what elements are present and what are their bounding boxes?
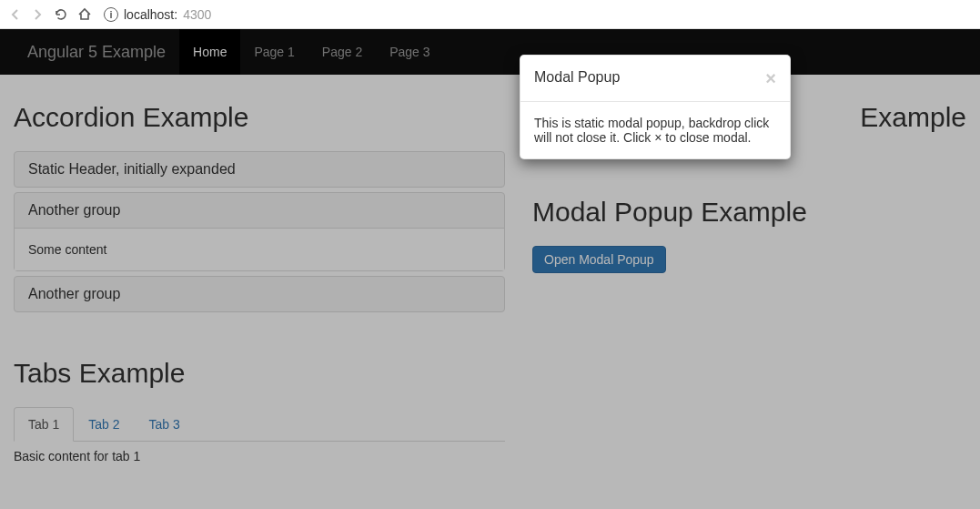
close-icon[interactable]: × xyxy=(765,69,776,87)
modal-title: Modal Popup xyxy=(534,69,620,86)
reload-icon[interactable] xyxy=(53,6,69,23)
modal-dialog: Modal Popup × This is static modal popup… xyxy=(520,55,791,159)
home-icon[interactable] xyxy=(76,6,93,23)
forward-icon[interactable] xyxy=(29,6,45,23)
address-bar[interactable]: i localhost:4300 xyxy=(104,7,211,22)
back-icon[interactable] xyxy=(7,6,24,23)
url-host: localhost: xyxy=(124,7,177,22)
browser-toolbar: i localhost:4300 xyxy=(0,0,980,29)
url-port: 4300 xyxy=(183,7,211,22)
modal-backdrop xyxy=(0,29,980,509)
modal-body: This is static modal popup, backdrop cli… xyxy=(520,102,790,158)
site-info-icon[interactable]: i xyxy=(104,7,118,22)
modal-header: Modal Popup × xyxy=(520,56,790,102)
